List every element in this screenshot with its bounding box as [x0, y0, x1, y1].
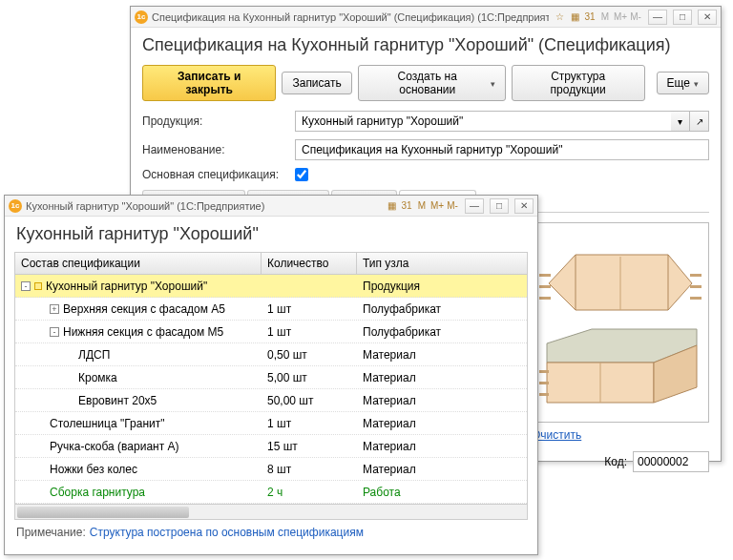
main-titlebar: 1c Спецификация на Кухонный гарнитур "Хо…	[131, 7, 721, 28]
row-type: Материал	[357, 440, 527, 453]
collapse-icon[interactable]: -	[50, 327, 59, 337]
svg-rect-16	[539, 393, 549, 396]
save-button[interactable]: Записать	[282, 72, 351, 94]
chevron-down-icon	[694, 76, 699, 90]
row-type: Материал	[357, 417, 527, 430]
sub-titlebar: 1c Кухонный гарнитур "Хороший" (1С:Предп…	[5, 196, 537, 217]
sub-page-title: Кухонный гарнитур "Хороший"	[5, 217, 537, 252]
sub-title-text: Кухонный гарнитур "Хороший" (1С:Предприя…	[26, 200, 381, 212]
product-label: Продукция:	[142, 114, 285, 128]
row-qty: 1 шт	[262, 325, 357, 339]
spec-grid: Состав спецификации Количество Тип узла …	[14, 252, 528, 520]
row-type: Полуфабрикат	[357, 302, 527, 316]
row-type: Полуфабрикат	[357, 325, 527, 339]
chevron-down-icon	[491, 76, 495, 90]
table-row[interactable]: Евровинт 20x550,00 штМатериал	[15, 389, 527, 412]
horizontal-scrollbar[interactable]	[15, 504, 527, 519]
svg-rect-15	[539, 382, 549, 384]
svg-rect-4	[539, 274, 551, 277]
row-type: Материал	[357, 348, 527, 362]
svg-rect-14	[539, 370, 549, 373]
maximize-button[interactable]: □	[673, 10, 692, 25]
row-qty: 1 шт	[262, 417, 357, 430]
table-row[interactable]: ЛДСП0,50 штМатериал	[15, 343, 527, 366]
preview-image	[532, 222, 709, 423]
row-type: Материал	[357, 394, 527, 407]
col-spec[interactable]: Состав спецификации	[15, 253, 262, 274]
row-type: Материал	[357, 463, 527, 476]
code-label: Код:	[604, 455, 627, 468]
calendar-icon[interactable]: 31	[583, 10, 597, 24]
grid-icon[interactable]: ▦	[385, 199, 398, 213]
col-qty[interactable]: Количество	[262, 253, 357, 274]
row-name: Кромка	[78, 371, 117, 384]
row-name: Верхняя секция с фасадом А5	[63, 302, 225, 316]
row-qty: 5,00 шт	[262, 371, 357, 384]
row-qty: 50,00 шт	[262, 394, 357, 407]
more-button[interactable]: Еще	[657, 72, 709, 94]
name-label: Наименование:	[142, 143, 285, 156]
app-icon: 1c	[135, 10, 148, 24]
close-button[interactable]: ✕	[514, 198, 534, 214]
mminus-icon[interactable]: M-	[629, 10, 642, 24]
row-type: Материал	[357, 371, 527, 384]
mplus-icon[interactable]: M+	[614, 10, 627, 24]
product-dropdown-button[interactable]: ▾	[671, 111, 690, 132]
product-field[interactable]	[295, 111, 671, 132]
row-name: Нижняя секция с фасадом М5	[63, 325, 223, 339]
row-name: Кухонный гарнитур "Хороший"	[46, 280, 207, 293]
close-button[interactable]: ✕	[698, 10, 717, 25]
maximize-button[interactable]: □	[490, 198, 509, 214]
mminus-icon[interactable]: M-	[446, 199, 459, 213]
table-row[interactable]: Ручка-скоба (вариант А)15 штМатериал	[15, 435, 527, 458]
row-name: Евровинт 20x5	[78, 394, 157, 407]
minimize-button[interactable]: —	[648, 10, 667, 25]
row-qty: 2 ч	[262, 486, 357, 499]
default-spec-checkbox[interactable]	[295, 168, 308, 181]
table-row[interactable]: -Кухонный гарнитур "Хороший"Продукция	[15, 275, 527, 298]
collapse-icon[interactable]: -	[21, 281, 31, 291]
row-qty: 15 шт	[262, 440, 357, 453]
main-toolbar: Записать и закрыть Записать Создать на о…	[142, 65, 709, 101]
default-spec-label: Основная спецификация:	[142, 168, 285, 181]
m-icon[interactable]: M	[415, 199, 429, 213]
col-type[interactable]: Тип узла	[357, 253, 527, 274]
minimize-button[interactable]: —	[465, 198, 484, 214]
node-icon	[34, 282, 42, 290]
m-icon[interactable]: M	[598, 10, 612, 24]
row-qty: 0,50 шт	[262, 348, 357, 362]
expand-icon[interactable]: +	[50, 304, 59, 314]
row-type: Работа	[357, 486, 527, 499]
svg-rect-8	[690, 285, 702, 288]
footer-label: Примечание:	[16, 526, 86, 539]
star-icon[interactable]: ☆	[553, 10, 566, 24]
row-name: Сборка гарнитура	[50, 486, 145, 499]
create-from-button[interactable]: Создать на основании	[358, 65, 506, 101]
row-type: Продукция	[357, 280, 527, 293]
table-row[interactable]: -Нижняя секция с фасадом М51 штПолуфабри…	[15, 321, 527, 343]
save-close-button[interactable]: Записать и закрыть	[142, 65, 276, 101]
calendar-icon[interactable]: 31	[400, 199, 413, 213]
table-row[interactable]: Кромка5,00 штМатериал	[15, 366, 527, 389]
code-field[interactable]	[633, 451, 709, 472]
name-field[interactable]	[295, 139, 709, 160]
app-icon: 1c	[9, 199, 22, 213]
structure-button[interactable]: Структура продукции	[512, 65, 645, 101]
product-open-button[interactable]: ↗	[690, 111, 709, 132]
clear-link[interactable]: Очистить	[532, 428, 581, 442]
row-name: Ножки без колес	[50, 463, 137, 476]
main-title-text: Спецификация на Кухонный гарнитур "Хорош…	[152, 11, 549, 23]
mplus-icon[interactable]: M+	[430, 199, 444, 213]
row-name: Столешница "Гранит"	[50, 417, 164, 430]
cabinet-lower-icon	[539, 324, 702, 410]
table-row[interactable]: Ножки без колес8 штМатериал	[15, 458, 527, 481]
svg-rect-5	[539, 285, 551, 288]
table-row[interactable]: +Верхняя секция с фасадом А51 штПолуфабр…	[15, 298, 527, 321]
table-row[interactable]: Столешница "Гранит"1 штМатериал	[15, 412, 527, 435]
footer-link[interactable]: Структура построена по основным специфик…	[90, 526, 364, 539]
grid-icon[interactable]: ▦	[568, 10, 581, 24]
table-row[interactable]: Сборка гарнитура2 чРабота	[15, 481, 527, 504]
row-name: ЛДСП	[78, 348, 110, 362]
svg-rect-7	[690, 274, 702, 277]
svg-rect-9	[690, 297, 702, 300]
